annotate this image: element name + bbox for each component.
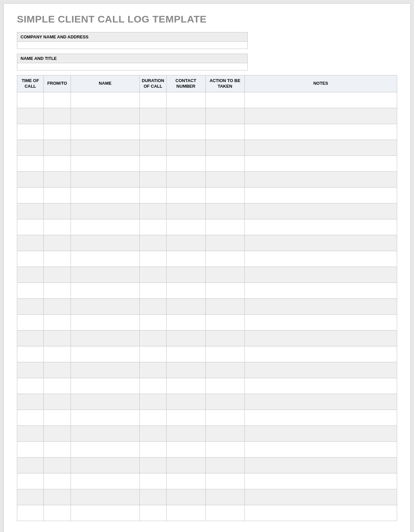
cell-duration[interactable] (140, 203, 167, 219)
cell-notes[interactable] (244, 171, 397, 187)
cell-notes[interactable] (244, 235, 397, 251)
cell-name[interactable] (71, 330, 140, 346)
cell-notes[interactable] (244, 394, 397, 410)
cell-duration[interactable] (140, 378, 167, 394)
cell-time[interactable] (17, 108, 44, 124)
cell-duration[interactable] (140, 330, 167, 346)
cell-duration[interactable] (140, 425, 167, 441)
cell-notes[interactable] (244, 378, 397, 394)
cell-name[interactable] (71, 410, 140, 425)
cell-duration[interactable] (140, 251, 167, 267)
cell-fromto[interactable] (44, 235, 71, 251)
cell-action[interactable] (205, 410, 244, 425)
cell-fromto[interactable] (44, 473, 71, 489)
cell-duration[interactable] (140, 410, 167, 425)
cell-name[interactable] (71, 187, 140, 203)
cell-notes[interactable] (244, 283, 397, 298)
cell-fromto[interactable] (44, 92, 71, 108)
cell-duration[interactable] (140, 155, 167, 171)
cell-duration[interactable] (140, 489, 167, 505)
cell-notes[interactable] (244, 298, 397, 314)
cell-notes[interactable] (244, 314, 397, 330)
cell-fromto[interactable] (44, 362, 71, 378)
cell-name[interactable] (71, 314, 140, 330)
cell-duration[interactable] (140, 267, 167, 283)
cell-duration[interactable] (140, 362, 167, 378)
cell-name[interactable] (71, 140, 140, 155)
cell-time[interactable] (17, 394, 44, 410)
cell-fromto[interactable] (44, 441, 71, 457)
cell-contact[interactable] (166, 140, 205, 155)
cell-contact[interactable] (166, 203, 205, 219)
cell-duration[interactable] (140, 473, 167, 489)
cell-name[interactable] (71, 346, 140, 362)
cell-notes[interactable] (244, 267, 397, 283)
cell-fromto[interactable] (44, 394, 71, 410)
cell-fromto[interactable] (44, 346, 71, 362)
cell-action[interactable] (205, 235, 244, 251)
cell-name[interactable] (71, 457, 140, 473)
cell-notes[interactable] (244, 473, 397, 489)
cell-duration[interactable] (140, 457, 167, 473)
cell-fromto[interactable] (44, 187, 71, 203)
cell-action[interactable] (205, 473, 244, 489)
cell-notes[interactable] (244, 330, 397, 346)
cell-fromto[interactable] (44, 140, 71, 155)
cell-duration[interactable] (140, 219, 167, 235)
cell-duration[interactable] (140, 314, 167, 330)
cell-fromto[interactable] (44, 489, 71, 505)
cell-action[interactable] (205, 489, 244, 505)
cell-fromto[interactable] (44, 298, 71, 314)
cell-name[interactable] (71, 235, 140, 251)
cell-fromto[interactable] (44, 457, 71, 473)
cell-notes[interactable] (244, 457, 397, 473)
cell-time[interactable] (17, 505, 44, 521)
cell-action[interactable] (205, 203, 244, 219)
cell-duration[interactable] (140, 505, 167, 521)
cell-name[interactable] (71, 489, 140, 505)
cell-action[interactable] (205, 457, 244, 473)
cell-notes[interactable] (244, 505, 397, 521)
cell-contact[interactable] (166, 108, 205, 124)
cell-action[interactable] (205, 267, 244, 283)
cell-notes[interactable] (244, 108, 397, 124)
cell-time[interactable] (17, 140, 44, 155)
cell-name[interactable] (71, 394, 140, 410)
cell-contact[interactable] (166, 378, 205, 394)
cell-fromto[interactable] (44, 219, 71, 235)
cell-notes[interactable] (244, 425, 397, 441)
cell-contact[interactable] (166, 298, 205, 314)
cell-name[interactable] (71, 171, 140, 187)
cell-duration[interactable] (140, 92, 167, 108)
cell-contact[interactable] (166, 219, 205, 235)
cell-time[interactable] (17, 92, 44, 108)
cell-action[interactable] (205, 283, 244, 298)
cell-notes[interactable] (244, 489, 397, 505)
cell-fromto[interactable] (44, 425, 71, 441)
cell-contact[interactable] (166, 171, 205, 187)
cell-fromto[interactable] (44, 505, 71, 521)
cell-time[interactable] (17, 425, 44, 441)
cell-notes[interactable] (244, 219, 397, 235)
cell-time[interactable] (17, 441, 44, 457)
cell-time[interactable] (17, 267, 44, 283)
cell-contact[interactable] (166, 92, 205, 108)
cell-name[interactable] (71, 219, 140, 235)
cell-contact[interactable] (166, 346, 205, 362)
cell-name[interactable] (71, 298, 140, 314)
cell-name[interactable] (71, 425, 140, 441)
cell-notes[interactable] (244, 140, 397, 155)
cell-name[interactable] (71, 378, 140, 394)
cell-fromto[interactable] (44, 378, 71, 394)
cell-action[interactable] (205, 346, 244, 362)
cell-fromto[interactable] (44, 155, 71, 171)
cell-time[interactable] (17, 314, 44, 330)
cell-notes[interactable] (244, 187, 397, 203)
cell-contact[interactable] (166, 267, 205, 283)
cell-time[interactable] (17, 171, 44, 187)
cell-action[interactable] (205, 330, 244, 346)
cell-contact[interactable] (166, 489, 205, 505)
cell-name[interactable] (71, 362, 140, 378)
cell-time[interactable] (17, 473, 44, 489)
cell-time[interactable] (17, 219, 44, 235)
